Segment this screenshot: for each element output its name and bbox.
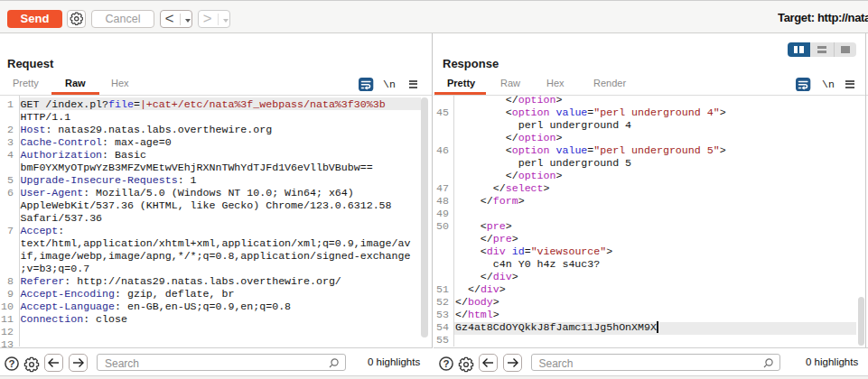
svg-text:?: ? (8, 358, 14, 369)
svg-text:?: ? (443, 358, 449, 369)
